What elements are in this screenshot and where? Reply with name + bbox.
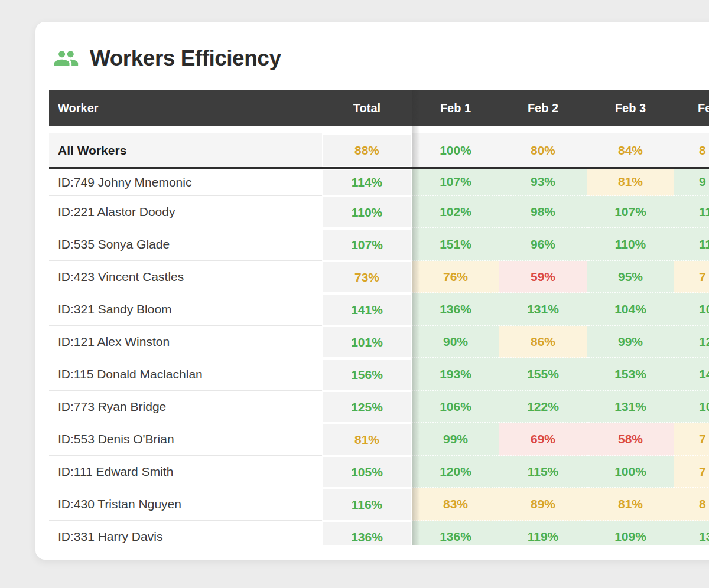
column-header-feb1[interactable]: Feb 1 (412, 90, 499, 126)
id-115-feb4-value: 14 (674, 358, 709, 391)
worker-name-cell: ID:321 Sandy Bloom (49, 293, 322, 326)
column-header-feb2[interactable]: Feb 2 (499, 90, 587, 126)
table-row[interactable]: ID:115 Donald Maclachlan156%193%155%153%… (49, 358, 709, 391)
id-773-feb4-value: 10 (674, 391, 709, 423)
all-workers-feb4-value: 8 (674, 133, 709, 167)
id-535-feb2-value: 96% (499, 228, 587, 261)
id-111-feb2-value: 115% (499, 456, 587, 488)
header-gap (49, 126, 709, 133)
worker-name-cell: ID:773 Ryan Bridge (49, 391, 322, 423)
id-773-feb2-value: 122% (499, 391, 587, 423)
id-430-feb1-value: 83% (412, 488, 499, 521)
table-row[interactable]: ID:535 Sonya Glade107%151%96%110%11 (49, 228, 709, 261)
id-331-total-value: 136% (322, 521, 412, 545)
table-row[interactable]: ID:331 Harry Davis136%136%119%109%13 (49, 521, 709, 545)
worker-name-cell: ID:553 Denis O'Brian (49, 423, 322, 456)
id-121-feb4-value: 12 (674, 326, 709, 358)
table-row[interactable]: ID:553 Denis O'Brian81%99%69%58%7 (49, 423, 709, 456)
id-321-feb2-value: 131% (499, 293, 587, 326)
table-row[interactable]: ID:321 Sandy Bloom141%136%131%104%10 (49, 293, 709, 326)
id-115-feb1-value: 193% (412, 358, 499, 391)
worker-name-cell: ID:115 Donald Maclachlan (49, 358, 322, 391)
id-423-total-value: 73% (322, 261, 412, 293)
id-111-feb4-value: 7 (674, 456, 709, 488)
table-row[interactable]: ID:773 Ryan Bridge125%106%122%131%10 (49, 391, 709, 423)
id-121-feb1-value: 90% (412, 326, 499, 358)
worker-name-cell: ID:121 Alex Winston (49, 326, 322, 358)
id-535-total-value: 107% (322, 228, 412, 261)
id-553-total-value: 81% (322, 423, 412, 456)
id-321-total-value: 141% (322, 293, 412, 326)
id-331-feb1-value: 136% (412, 521, 499, 545)
id-553-feb4-value: 7 (674, 423, 709, 456)
id-749-feb4-value: 9 (674, 169, 709, 196)
table-row[interactable]: ID:121 Alex Winston101%90%86%99%12 (49, 326, 709, 358)
worker-name-cell: ID:430 Tristan Nguyen (49, 488, 322, 521)
id-121-total-value: 101% (322, 326, 412, 358)
worker-name-cell: ID:111 Edward Smith (49, 456, 322, 488)
id-535-feb4-value: 11 (674, 228, 709, 261)
worker-name-cell: ID:331 Harry Davis (49, 521, 322, 545)
id-535-feb1-value: 151% (412, 228, 499, 261)
workers-efficiency-table: WorkerTotalFeb 1Feb 2Feb 3Feb 4 All Work… (49, 90, 709, 545)
id-115-feb3-value: 153% (587, 358, 674, 391)
id-221-feb4-value: 11 (674, 196, 709, 228)
page-title: Workers Efficiency (90, 46, 281, 71)
table-row[interactable]: ID:749 Johny Mnemonic114%107%93%81%9 (49, 169, 709, 196)
all-workers-feb2-value: 80% (499, 133, 587, 167)
id-111-feb3-value: 100% (587, 456, 674, 488)
column-header-total[interactable]: Total (322, 90, 412, 126)
id-423-feb3-value: 95% (587, 261, 674, 293)
table-body: ID:749 Johny Mnemonic114%107%93%81%9ID:2… (49, 169, 709, 545)
all-workers-feb1-value: 100% (412, 133, 499, 167)
worker-name-cell: ID:535 Sonya Glade (49, 228, 322, 261)
summary-row-all-workers[interactable]: All Workers88%100%80%84%8 (49, 133, 709, 167)
column-header-worker[interactable]: Worker (49, 90, 322, 126)
id-121-feb2-value: 86% (499, 326, 587, 358)
id-121-feb3-value: 99% (587, 326, 674, 358)
id-115-total-value: 156% (322, 358, 412, 391)
id-553-feb2-value: 69% (499, 423, 587, 456)
worker-name-cell: ID:749 Johny Mnemonic (49, 169, 322, 196)
id-423-feb2-value: 59% (499, 261, 587, 293)
id-749-feb1-value: 107% (412, 169, 499, 196)
id-423-feb4-value: 7 (674, 261, 709, 293)
id-221-feb3-value: 107% (587, 196, 674, 228)
id-111-total-value: 105% (322, 456, 412, 488)
id-331-feb2-value: 119% (499, 521, 587, 545)
id-221-feb1-value: 102% (412, 196, 499, 228)
id-749-total-value: 114% (322, 169, 412, 196)
id-430-total-value: 116% (322, 488, 412, 521)
id-115-feb2-value: 155% (499, 358, 587, 391)
id-331-feb4-value: 13 (674, 521, 709, 545)
card-header: Workers Efficiency (52, 45, 281, 71)
all-workers-feb3-value: 84% (587, 133, 674, 167)
table-row[interactable]: ID:423 Vincent Castles73%76%59%95%7 (49, 261, 709, 293)
id-221-total-value: 110% (322, 196, 412, 228)
table-row[interactable]: ID:111 Edward Smith105%120%115%100%7 (49, 456, 709, 488)
worker-name-cell: ID:221 Alastor Doody (49, 196, 322, 228)
page-background: Workers Efficiency WorkerTotalFeb 1Feb 2… (0, 0, 709, 588)
table-header-row: WorkerTotalFeb 1Feb 2Feb 3Feb 4 (49, 90, 709, 126)
id-331-feb3-value: 109% (587, 521, 674, 545)
id-773-total-value: 125% (322, 391, 412, 423)
id-773-feb3-value: 131% (587, 391, 674, 423)
id-749-feb2-value: 93% (499, 169, 587, 196)
summary-row-label: All Workers (49, 133, 322, 167)
id-430-feb3-value: 81% (587, 488, 674, 521)
id-321-feb4-value: 10 (674, 293, 709, 326)
id-535-feb3-value: 110% (587, 228, 674, 261)
people-icon (52, 45, 80, 71)
table-row[interactable]: ID:430 Tristan Nguyen116%83%89%81%8 (49, 488, 709, 521)
table-row[interactable]: ID:221 Alastor Doody110%102%98%107%11 (49, 196, 709, 228)
id-221-feb2-value: 98% (499, 196, 587, 228)
id-321-feb3-value: 104% (587, 293, 674, 326)
column-header-feb4[interactable]: Feb 4 (674, 90, 709, 126)
id-749-feb3-value: 81% (587, 169, 674, 196)
id-553-feb3-value: 58% (587, 423, 674, 456)
column-header-feb3[interactable]: Feb 3 (587, 90, 674, 126)
id-321-feb1-value: 136% (412, 293, 499, 326)
workers-efficiency-card: Workers Efficiency WorkerTotalFeb 1Feb 2… (35, 22, 709, 560)
id-111-feb1-value: 120% (412, 456, 499, 488)
all-workers-total-value: 88% (322, 133, 412, 167)
